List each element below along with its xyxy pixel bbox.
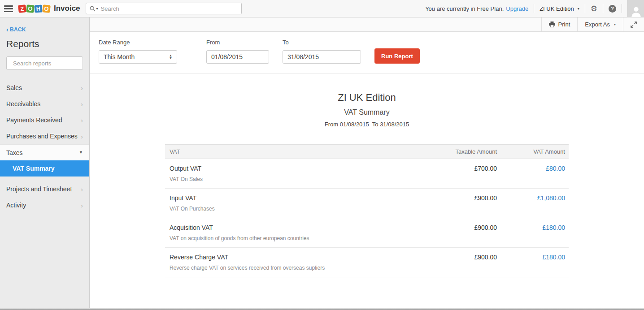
divider (534, 4, 534, 13)
table-row: Reverse Charge VAT Reverse charge VAT on… (165, 248, 569, 277)
global-search-box[interactable]: ▾ (86, 3, 242, 14)
divider (603, 4, 603, 13)
expand-icon (631, 22, 637, 28)
search-scope-caret-icon[interactable]: ▾ (96, 7, 98, 11)
sidebar-item-label: Receivables (6, 100, 40, 108)
plan-status-text: You are currently in Free Plan. (425, 5, 504, 12)
logo-tile: Z (18, 4, 26, 13)
upgrade-link[interactable]: Upgrade (506, 5, 528, 12)
sidebar-item-purchases-and-expenses[interactable]: Purchases and Expenses › (0, 128, 89, 144)
chevron-right-icon: › (81, 202, 83, 209)
reports-sidebar: ‹ BACK Reports Sales › Receivables › Pay… (0, 17, 90, 310)
hamburger-menu-icon[interactable] (0, 5, 17, 12)
chevron-down-icon: ▼ (79, 151, 83, 155)
to-label: To (283, 39, 361, 46)
chevron-down-icon: ▾ (614, 22, 616, 26)
topbar-right: You are currently in Free Plan. Upgrade … (425, 0, 644, 17)
sidebar-title: Reports (0, 33, 89, 56)
vat-row-name: Output VAT (170, 165, 407, 172)
sidebar-item-label: Purchases and Expenses (6, 133, 78, 140)
app-title: Invoice (54, 4, 80, 13)
sidebar-item-payments-received[interactable]: Payments Received › (0, 112, 89, 128)
column-header-vat: VAT (170, 148, 407, 155)
sidebar-item-label: Payments Received (6, 116, 62, 124)
vat-row-name: Acquisition VAT (170, 224, 407, 231)
zoho-logo: Z O H O Invoice (18, 4, 80, 13)
user-avatar[interactable] (627, 0, 644, 17)
reports-search-box[interactable] (6, 56, 83, 70)
report-body: ZI UK Edition VAT Summary From 01/08/201… (90, 74, 644, 310)
chevron-right-icon: › (81, 101, 83, 108)
print-label: Print (558, 21, 570, 28)
vat-row-description: VAT On Purchases (170, 206, 407, 212)
vat-row-name: Input VAT (170, 194, 407, 202)
taxable-amount-value: £900.00 (407, 224, 497, 241)
taxable-amount-value: £900.00 (407, 254, 497, 271)
chevron-right-icon: › (81, 117, 83, 124)
reports-search-input[interactable] (13, 60, 92, 67)
person-icon (630, 5, 642, 17)
printer-icon (549, 22, 555, 27)
from-label: From (206, 39, 269, 46)
sidebar-item-receivables[interactable]: Receivables › (0, 96, 89, 112)
table-header-row: VAT Taxable Amount VAT Amount (165, 144, 569, 159)
vat-row-description: VAT on acquisition of goods from other e… (170, 235, 407, 241)
date-range-value: This Month (104, 53, 135, 60)
vat-row-name: Reverse Charge VAT (170, 254, 407, 261)
organization-label: ZI UK Edition (540, 5, 574, 12)
table-row: Input VAT VAT On Purchases £900.00 £1,08… (165, 189, 569, 218)
vat-amount-link[interactable]: £80.00 (497, 165, 565, 182)
column-header-vat-amount: VAT Amount (497, 148, 565, 155)
sidebar-item-activity[interactable]: Activity › (0, 197, 89, 213)
sidebar-item-label: Activity (6, 202, 26, 209)
divider (585, 4, 585, 13)
sidebar-item-label: VAT Summary (13, 165, 55, 172)
run-report-button[interactable]: Run Report (374, 48, 420, 64)
chevron-left-icon: ‹ (6, 26, 9, 33)
taxable-amount-value: £900.00 (407, 194, 497, 212)
vat-amount-link[interactable]: £180.00 (497, 224, 565, 241)
from-date-input[interactable] (206, 50, 269, 64)
divider (622, 4, 622, 13)
global-search-input[interactable] (101, 5, 238, 12)
chevron-right-icon: › (81, 85, 83, 91)
chevron-right-icon: › (81, 133, 83, 140)
back-label: BACK (10, 26, 26, 33)
sidebar-item-projects-and-timesheet[interactable]: Projects and Timesheet › (0, 181, 89, 197)
report-org-name: ZI UK Edition (90, 92, 644, 103)
table-row: Output VAT VAT On Sales £700.00 £80.00 (165, 159, 569, 189)
vat-amount-link[interactable]: £1,080.00 (497, 194, 565, 212)
report-title: VAT Summary (90, 108, 644, 116)
column-header-taxable-amount: Taxable Amount (407, 148, 497, 155)
help-icon[interactable]: ? (609, 5, 616, 13)
sidebar-item-label: Sales (6, 84, 22, 91)
sidebar-item-label: Taxes (6, 149, 23, 156)
report-period: From 01/08/2015 To 31/08/2015 (90, 121, 644, 128)
to-date-input[interactable] (283, 50, 361, 64)
date-range-select[interactable]: This Month ▲▼ (99, 50, 177, 64)
organization-dropdown[interactable]: ZI UK Edition ▾ (540, 5, 579, 12)
vat-summary-table: VAT Taxable Amount VAT Amount Output VAT… (165, 144, 569, 277)
report-toolbar: Print Export As ▾ (90, 17, 644, 32)
print-button[interactable]: Print (541, 17, 578, 31)
sidebar-item-taxes[interactable]: Taxes ▼ (0, 144, 89, 160)
vat-amount-link[interactable]: £180.00 (497, 254, 565, 271)
main-content: Print Export As ▾ Date Range This Month (90, 17, 644, 310)
sidebar-item-label: Projects and Timesheet (6, 185, 72, 193)
export-as-button[interactable]: Export As ▾ (577, 17, 623, 31)
chevron-down-icon: ▾ (578, 7, 579, 11)
logo-tile: O (42, 4, 51, 13)
sidebar-item-sales[interactable]: Sales › (0, 80, 89, 96)
select-stepper-icon: ▲▼ (169, 54, 172, 60)
back-button[interactable]: ‹ BACK (0, 26, 89, 33)
chevron-right-icon: › (81, 186, 83, 193)
export-as-label: Export As (585, 21, 610, 28)
vat-row-description: VAT On Sales (170, 176, 407, 182)
fullscreen-button[interactable] (623, 17, 644, 31)
top-bar: Z O H O Invoice ▾ You are currently in F… (0, 0, 644, 17)
taxable-amount-value: £700.00 (407, 165, 497, 182)
vat-row-description: Reverse charge VAT on services received … (170, 265, 407, 271)
gear-icon[interactable]: ⚙ (591, 5, 597, 13)
logo-tile: H (34, 4, 42, 13)
sidebar-item-vat-summary[interactable]: VAT Summary (0, 160, 89, 177)
